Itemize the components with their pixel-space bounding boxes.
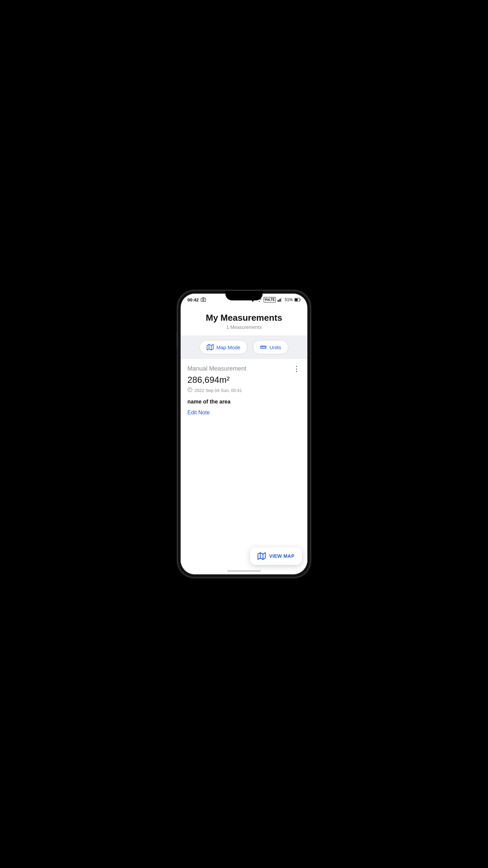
svg-rect-2: [278, 300, 278, 302]
map-mode-label: Map Mode: [216, 344, 240, 350]
svg-rect-3: [279, 299, 280, 302]
volte-badge: VoLTE: [264, 297, 276, 302]
fab-map-icon: [258, 552, 266, 560]
main-content: My Measurements 1 Measurements Map Mode: [181, 304, 307, 574]
toolbar: Map Mode Units: [181, 335, 307, 359]
phone-screen: 00:42 VoLTE: [181, 294, 307, 574]
units-button[interactable]: Units: [253, 340, 288, 354]
measurement-card: Manual Measurement ⋮ 286,694m² 2022 Sep …: [181, 359, 307, 574]
more-options-button[interactable]: ⋮: [293, 365, 301, 373]
svg-rect-7: [295, 299, 298, 301]
view-map-label: VIEW MAP: [269, 553, 294, 559]
notch: [225, 291, 263, 300]
battery-icon: [294, 298, 301, 302]
svg-marker-17: [258, 553, 265, 559]
map-mode-icon: [207, 344, 214, 351]
measurement-date-row: 2022 Sep 04 Sun, 00:41: [187, 387, 301, 393]
svg-marker-8: [207, 344, 213, 350]
edit-note-button[interactable]: Edit Note: [187, 410, 210, 416]
svg-rect-5: [281, 298, 282, 302]
battery-percent: 51%: [285, 297, 293, 302]
map-mode-button[interactable]: Map Mode: [200, 340, 247, 354]
units-label: Units: [269, 344, 281, 350]
clock-icon: [187, 387, 192, 393]
page-title: My Measurements: [187, 313, 301, 323]
status-left: 00:42: [187, 297, 206, 302]
signal-icon: [278, 298, 283, 302]
header: My Measurements 1 Measurements: [181, 306, 307, 335]
view-map-button[interactable]: VIEW MAP: [250, 547, 302, 565]
time: 00:42: [187, 297, 199, 302]
ruler-icon: [260, 344, 267, 351]
phone-frame: 00:42 VoLTE: [178, 291, 310, 577]
measurement-count: 1 Measurements: [187, 324, 301, 330]
measurement-date: 2022 Sep 04 Sun, 00:41: [195, 388, 242, 393]
fab-container: VIEW MAP: [250, 547, 302, 565]
svg-point-1: [203, 299, 204, 301]
measurement-title: Manual Measurement: [187, 365, 246, 372]
home-indicator: [227, 570, 261, 572]
card-header: Manual Measurement ⋮: [187, 365, 301, 373]
photo-icon: [201, 297, 206, 302]
svg-rect-0: [201, 298, 206, 301]
svg-rect-4: [280, 298, 281, 302]
measurement-area: 286,694m²: [187, 375, 301, 385]
area-name: name of the area: [187, 399, 301, 405]
